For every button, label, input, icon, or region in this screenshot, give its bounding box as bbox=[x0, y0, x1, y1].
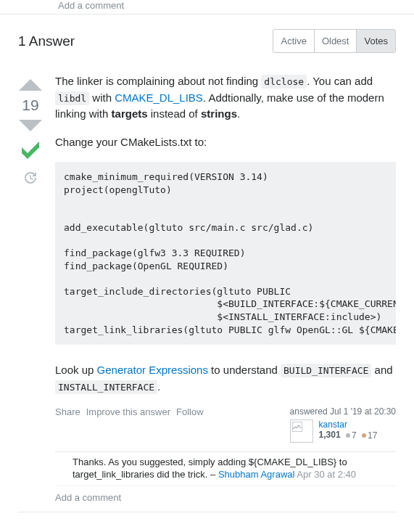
text: Look up bbox=[55, 364, 97, 376]
broken-image-icon bbox=[292, 422, 302, 432]
comment-time[interactable]: Apr 30 at 2:40 bbox=[297, 469, 356, 480]
text: . bbox=[157, 380, 160, 393]
bronze-dot-icon bbox=[362, 433, 366, 438]
upvote-icon[interactable] bbox=[19, 79, 42, 91]
inline-code: INSTALL_INTERFACE bbox=[55, 380, 157, 394]
link-generator-expressions[interactable]: Generator Expressions bbox=[97, 364, 208, 376]
text: and bbox=[371, 364, 392, 376]
user-info: answered Jul 1 '19 at 20:30 kanstar 1,30… bbox=[290, 406, 396, 443]
comment-author[interactable]: Shubham Agrawal bbox=[218, 469, 295, 480]
answers-count: 1 Answer bbox=[18, 33, 75, 49]
user-details: kanstar 1,301 7 17 bbox=[319, 420, 378, 443]
divider bbox=[18, 512, 396, 512]
answer: 19 The linker is complaining about not f… bbox=[0, 62, 414, 509]
comment: Thanks. As you suggested, simply adding … bbox=[55, 452, 396, 486]
dash: – bbox=[210, 469, 218, 480]
answer-text: The linker is complaining about not find… bbox=[55, 73, 396, 395]
bronze-count: 17 bbox=[368, 430, 377, 441]
inline-code: dlclose bbox=[261, 75, 307, 89]
accepted-check-icon bbox=[17, 137, 44, 165]
add-comment-link[interactable]: Add a comment bbox=[55, 486, 396, 509]
text: instead of bbox=[148, 107, 201, 120]
vote-cell: 19 bbox=[13, 73, 48, 509]
text: with bbox=[89, 91, 115, 104]
code-block[interactable]: cmake_minimum_required(VERSION 3.14) pro… bbox=[55, 162, 396, 345]
add-comment-top[interactable]: Add a comment bbox=[0, 0, 414, 15]
sort-tabs: Active Oldest Votes bbox=[273, 29, 396, 53]
text: . bbox=[237, 107, 240, 120]
text: Change your CMakeLists.txt to: bbox=[55, 134, 396, 151]
post-menu: Share Improve this answer Follow answere… bbox=[55, 406, 396, 443]
post-body: The linker is complaining about not find… bbox=[48, 73, 396, 509]
text-bold: strings bbox=[201, 107, 237, 120]
text: . You can add bbox=[307, 75, 373, 87]
inline-code: libdl bbox=[55, 91, 89, 105]
follow-link[interactable]: Follow bbox=[176, 406, 204, 443]
tab-oldest[interactable]: Oldest bbox=[314, 30, 357, 52]
silver-dot-icon bbox=[346, 433, 350, 438]
bronze-badge: 17 bbox=[362, 430, 377, 441]
tab-active[interactable]: Active bbox=[273, 30, 313, 52]
vote-count: 19 bbox=[22, 97, 38, 114]
improve-link[interactable]: Improve this answer bbox=[86, 406, 170, 443]
menu-links: Share Improve this answer Follow bbox=[55, 406, 204, 443]
user-name[interactable]: kanstar bbox=[319, 420, 378, 430]
user-reputation: 1,301 bbox=[319, 430, 341, 440]
text: to understand bbox=[208, 364, 281, 376]
silver-count: 7 bbox=[352, 430, 357, 441]
share-link[interactable]: Share bbox=[55, 406, 80, 443]
answers-header: 1 Answer Active Oldest Votes bbox=[0, 15, 414, 62]
silver-badge: 7 bbox=[346, 430, 357, 441]
downvote-icon[interactable] bbox=[19, 120, 42, 131]
text: The linker is complaining about not find… bbox=[55, 75, 261, 87]
tab-votes[interactable]: Votes bbox=[356, 30, 395, 52]
avatar[interactable] bbox=[290, 420, 313, 443]
history-icon[interactable] bbox=[24, 171, 37, 187]
link-cmake-dl-libs[interactable]: CMAKE_DL_LIBS bbox=[115, 91, 203, 104]
inline-code: BUILD_INTERFACE bbox=[281, 364, 371, 377]
comments-section: Thanks. As you suggested, simply adding … bbox=[55, 451, 396, 509]
text-bold: targets bbox=[112, 107, 148, 120]
answered-time: answered Jul 1 '19 at 20:30 bbox=[290, 406, 396, 417]
